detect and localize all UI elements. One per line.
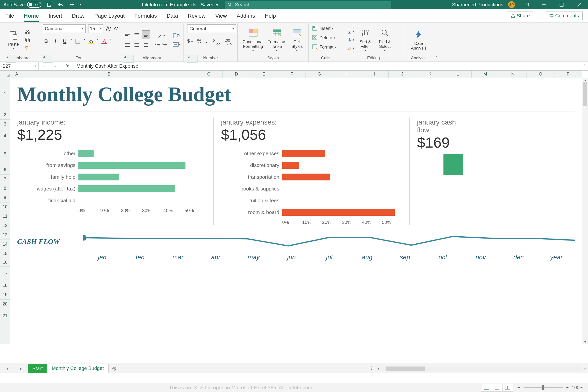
border-icon[interactable] bbox=[74, 38, 81, 44]
cut-icon[interactable] bbox=[23, 28, 31, 35]
font-size-combo[interactable]: 15▾ bbox=[88, 24, 103, 33]
col-header-C[interactable]: C bbox=[195, 70, 223, 78]
col-header-E[interactable]: E bbox=[250, 70, 278, 78]
font-color-icon[interactable]: A bbox=[101, 38, 108, 44]
align-center-icon[interactable] bbox=[133, 41, 141, 50]
menu-formulas[interactable]: Formulas bbox=[134, 13, 157, 19]
col-header-F[interactable]: F bbox=[278, 70, 306, 78]
row-header-9[interactable]: 9 bbox=[0, 193, 10, 202]
autosave-toggle[interactable]: AutoSave Off bbox=[3, 2, 41, 8]
row-header-1[interactable]: 1 bbox=[0, 78, 10, 110]
zoom-out-icon[interactable]: − bbox=[518, 384, 521, 391]
copy-icon[interactable] bbox=[23, 36, 31, 44]
page-layout-view-icon[interactable] bbox=[492, 384, 503, 392]
accounting-icon[interactable]: $ ▾ bbox=[187, 38, 193, 46]
normal-view-icon[interactable] bbox=[481, 384, 492, 392]
percent-icon[interactable]: % bbox=[197, 38, 202, 46]
dialog-launcher-icon[interactable]: ◢ bbox=[187, 55, 198, 62]
font-name-combo[interactable]: Cambria▾ bbox=[43, 24, 86, 33]
undo-icon[interactable] bbox=[57, 1, 64, 8]
col-header-P[interactable]: P bbox=[555, 70, 582, 78]
delete-cells-button[interactable]: Delete ▾ bbox=[312, 34, 335, 42]
format-cells-button[interactable]: Format ▾ bbox=[312, 43, 336, 51]
merge-center-icon[interactable]: ▾ bbox=[173, 42, 180, 47]
row-header-3[interactable]: 3 bbox=[0, 120, 10, 129]
col-header-O[interactable]: O bbox=[527, 70, 555, 78]
minimize-icon[interactable] bbox=[538, 0, 550, 9]
conditional-formatting-button[interactable]: Conditional Formatting▾ bbox=[241, 27, 265, 53]
redo-icon[interactable] bbox=[68, 1, 75, 8]
cell-styles-button[interactable]: Cell Styles▾ bbox=[289, 27, 305, 53]
menu-home[interactable]: Home bbox=[24, 13, 39, 19]
autosum-icon[interactable]: ∑ bbox=[346, 28, 353, 35]
align-right-icon[interactable] bbox=[142, 41, 150, 50]
zoom-value[interactable]: 100% bbox=[572, 385, 584, 390]
new-sheet-button[interactable]: ⊕ bbox=[109, 364, 120, 373]
align-left-icon[interactable] bbox=[123, 41, 131, 50]
tab-nav-last-icon[interactable]: ▸ bbox=[20, 366, 22, 371]
expand-formula-bar-icon[interactable]: ˅ bbox=[581, 62, 588, 70]
menu-help[interactable]: Help bbox=[265, 13, 276, 19]
menu-file[interactable]: File bbox=[5, 13, 14, 19]
col-header-B[interactable]: B bbox=[23, 70, 195, 78]
number-format-combo[interactable]: General▾ bbox=[187, 24, 236, 33]
col-header-I[interactable]: I bbox=[361, 70, 389, 78]
comma-icon[interactable]: , bbox=[206, 38, 207, 46]
grow-font-icon[interactable]: A▴ bbox=[106, 25, 111, 32]
row-header-12[interactable]: 12 bbox=[0, 221, 10, 230]
insert-cells-button[interactable]: Insert ▾ bbox=[312, 24, 333, 32]
name-box[interactable]: B27▾ bbox=[0, 62, 39, 70]
vertical-scrollbar[interactable]: ▲ ▼ bbox=[582, 78, 588, 344]
enter-formula-icon[interactable]: ✓ bbox=[54, 64, 57, 69]
row-header-4[interactable]: 4 bbox=[0, 129, 10, 143]
bold-button[interactable]: B bbox=[43, 38, 49, 44]
row-header-17[interactable]: 17 bbox=[0, 267, 10, 281]
row-headers[interactable]: 123456789101112131415161718192021 bbox=[0, 70, 10, 344]
data-analysis-button[interactable]: Data Analysis bbox=[408, 27, 430, 53]
collapse-ribbon-icon[interactable]: ˄ bbox=[433, 24, 439, 62]
row-header-11[interactable]: 11 bbox=[0, 212, 10, 221]
row-header-15[interactable]: 15 bbox=[0, 249, 10, 258]
menu-draw[interactable]: Draw bbox=[72, 13, 84, 19]
increase-decimal-icon[interactable]: .0←.00 bbox=[212, 38, 221, 46]
ribbon-mode-icon[interactable] bbox=[520, 0, 533, 9]
col-header-K[interactable]: K bbox=[416, 70, 444, 78]
hscroll-right-icon[interactable]: ▸ bbox=[583, 367, 588, 370]
save-icon[interactable] bbox=[46, 1, 53, 8]
row-header-21[interactable]: 21 bbox=[0, 309, 10, 323]
window-title[interactable]: FileInfo.com Example.xls - Saved ▾ bbox=[142, 2, 218, 8]
dialog-launcher-icon[interactable]: ◢ bbox=[43, 55, 53, 62]
col-header-M[interactable]: M bbox=[472, 70, 499, 78]
col-header-N[interactable]: N bbox=[499, 70, 527, 78]
format-as-table-button[interactable]: Format as Table▾ bbox=[267, 27, 287, 53]
row-header-5[interactable]: 5 bbox=[0, 143, 10, 165]
close-icon[interactable] bbox=[573, 0, 586, 9]
wrap-text-icon[interactable] bbox=[173, 33, 180, 38]
row-header-16[interactable]: 16 bbox=[0, 258, 10, 267]
select-all-corner[interactable] bbox=[0, 70, 10, 78]
search-box[interactable]: Search bbox=[225, 1, 391, 8]
menu-insert[interactable]: Insert bbox=[49, 13, 62, 19]
clear-icon[interactable] bbox=[346, 45, 353, 52]
menu-page-layout[interactable]: Page Layout bbox=[94, 13, 125, 19]
maximize-icon[interactable] bbox=[555, 0, 568, 9]
sheet-tab-start[interactable]: Start bbox=[28, 364, 47, 373]
row-header-8[interactable]: 8 bbox=[0, 184, 10, 193]
formula-input[interactable]: Monthly Cash After Expense bbox=[73, 62, 581, 70]
sheet-canvas[interactable]: Monthly College Budget january income: $… bbox=[10, 78, 582, 344]
row-header-10[interactable]: 10 bbox=[0, 202, 10, 212]
col-header-G[interactable]: G bbox=[306, 70, 333, 78]
fill-icon[interactable] bbox=[346, 37, 353, 43]
row-header-14[interactable]: 14 bbox=[0, 240, 10, 249]
row-header-20[interactable]: 20 bbox=[0, 300, 10, 309]
italic-button[interactable]: I bbox=[52, 38, 59, 44]
format-painter-icon[interactable] bbox=[23, 45, 31, 52]
row-header-19[interactable]: 19 bbox=[0, 290, 10, 300]
page-break-view-icon[interactable] bbox=[502, 384, 513, 392]
scroll-up-icon[interactable]: ▲ bbox=[582, 78, 588, 82]
scroll-thumb[interactable] bbox=[583, 82, 587, 106]
align-top-icon[interactable] bbox=[123, 30, 131, 39]
underline-button[interactable]: U bbox=[61, 38, 68, 44]
decrease-decimal-icon[interactable]: .00→.0 bbox=[225, 38, 232, 46]
col-header-D[interactable]: D bbox=[223, 70, 250, 78]
